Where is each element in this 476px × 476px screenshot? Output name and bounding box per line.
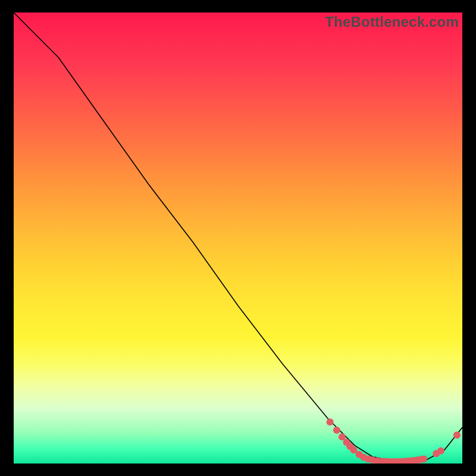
curve-layer xyxy=(14,12,462,462)
data-point xyxy=(437,447,444,455)
points-layer xyxy=(327,418,461,464)
chart-svg xyxy=(14,12,462,464)
data-point xyxy=(327,418,334,425)
chart-frame: TheBottleneck.com xyxy=(14,12,462,464)
data-point xyxy=(453,431,461,439)
plot-area: TheBottleneck.com xyxy=(14,12,462,464)
data-point xyxy=(420,455,427,462)
bottleneck-curve xyxy=(14,12,462,462)
data-point xyxy=(333,427,340,434)
